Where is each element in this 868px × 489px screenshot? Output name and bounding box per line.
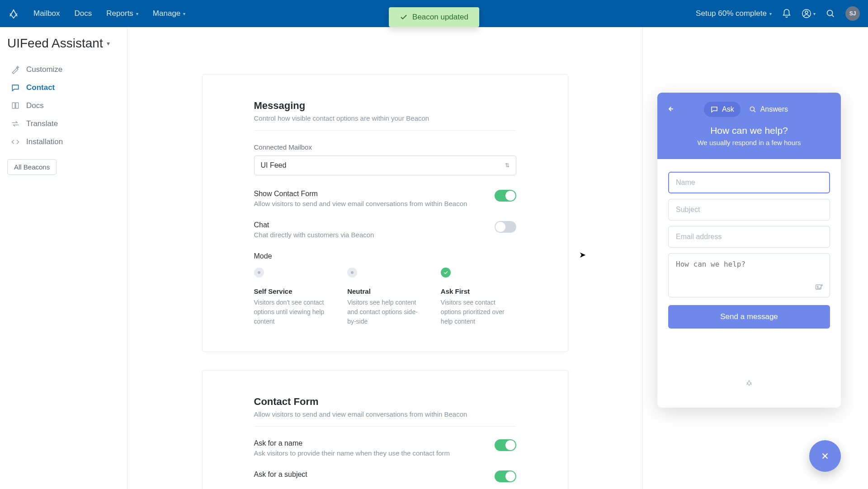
sidebar-item-contact[interactable]: Contact (7, 79, 120, 97)
search-button[interactable] (826, 9, 835, 19)
nav-docs[interactable]: Docs (69, 5, 98, 22)
contact-form-card: Contact Form Allow visitors to send and … (202, 370, 568, 489)
widget-email-input[interactable] (668, 226, 830, 248)
sidebar: UIFeed Assistant ▾ Customize Contact Doc… (0, 27, 127, 489)
bell-icon (782, 9, 792, 19)
account-avatar[interactable]: SJ (845, 6, 860, 21)
widget-tab-answers[interactable]: Answers (742, 102, 794, 117)
radio-unchecked-icon (254, 268, 264, 277)
chevron-down-icon: ▾ (769, 11, 772, 16)
all-beacons-button[interactable]: All Beacons (7, 159, 57, 175)
row-desc: Allow visitors to send and view email co… (254, 200, 467, 207)
row-show-contact-form: Show Contact Form Allow visitors to send… (254, 190, 516, 207)
row-title: Show Contact Form (254, 190, 467, 198)
mode-desc: Visitors see contact options prioritized… (441, 298, 516, 326)
mode-title: Ask First (441, 287, 516, 295)
svg-point-5 (817, 286, 818, 287)
chevron-down-icon: ▾ (107, 40, 110, 47)
svg-point-3 (750, 107, 754, 111)
mode-self-service[interactable]: Self Service Visitors don't see contact … (254, 268, 330, 326)
contact-form-subtitle: Allow visitors to send and view email co… (254, 410, 516, 418)
chevron-down-icon: ▾ (136, 11, 138, 16)
mode-ask-first[interactable]: Ask First Visitors see contact options p… (441, 268, 516, 326)
mode-row: Self Service Visitors don't see contact … (254, 268, 516, 326)
widget-tab-label: Ask (722, 105, 734, 113)
widget-tab-label: Answers (760, 105, 788, 113)
people-button[interactable]: ▾ (802, 9, 816, 19)
connected-mailbox-value: UI Feed (261, 161, 287, 169)
mode-label: Mode (254, 252, 516, 260)
nav-reports[interactable]: Reports ▾ (101, 5, 144, 22)
widget-tab-ask[interactable]: Ask (704, 102, 741, 117)
widget-body: Send a message (657, 159, 841, 408)
sidebar-item-docs[interactable]: Docs (7, 97, 120, 115)
chat-bubble-icon (710, 105, 718, 113)
sidebar-item-customize[interactable]: Customize (7, 61, 120, 79)
mode-desc: Visitors don't see contact options until… (254, 298, 330, 326)
toggle-show-contact-form[interactable] (495, 190, 516, 202)
swap-icon (11, 119, 20, 128)
widget-back-button[interactable] (666, 105, 675, 114)
row-chat: Chat Chat directly with customers via Be… (254, 221, 516, 239)
nav-manage[interactable]: Manage ▾ (147, 5, 191, 22)
toast-success: Beacon updated (389, 7, 479, 27)
helpscout-logo-icon (745, 379, 753, 387)
nav-right: Setup 60% complete ▾ ▾ SJ (696, 6, 860, 21)
nav-manage-label: Manage (153, 9, 180, 18)
attach-button[interactable] (815, 283, 824, 293)
row-title: Chat (254, 221, 374, 229)
book-icon (11, 101, 20, 110)
contact-form-title: Contact Form (254, 396, 516, 408)
widget-body-wrap (668, 253, 830, 299)
connected-mailbox-select[interactable]: UI Feed ⇅ (254, 155, 516, 175)
row-ask-name: Ask for a name Ask visitors to provide t… (254, 439, 516, 457)
sidebar-item-label: Contact (26, 83, 55, 92)
row-desc: Ask visitors to provide their name when … (254, 449, 450, 457)
nav-mailbox[interactable]: Mailbox (28, 5, 66, 22)
widget-subject-input[interactable] (668, 199, 830, 221)
sidebar-item-label: Customize (26, 65, 62, 74)
nav-reports-label: Reports (106, 9, 133, 18)
widget-footer (668, 379, 830, 395)
search-icon (826, 9, 835, 19)
toggle-chat[interactable] (495, 221, 516, 233)
toggle-ask-name[interactable] (495, 439, 516, 451)
row-title: Ask for a subject (254, 470, 307, 479)
widget-header: Ask Answers How can we help? We usually … (657, 93, 841, 159)
widget-name-input[interactable] (668, 172, 830, 193)
toast-text: Beacon updated (412, 13, 468, 22)
toggle-ask-subject[interactable] (495, 470, 516, 482)
divider (254, 130, 516, 131)
beacon-switcher[interactable]: UIFeed Assistant ▾ (7, 36, 120, 51)
chevron-down-icon: ▾ (813, 11, 816, 16)
svg-point-2 (827, 10, 833, 16)
setup-progress-link[interactable]: Setup 60% complete ▾ (696, 9, 772, 18)
widget-subtitle: We usually respond in a few hours (666, 139, 832, 146)
mode-desc: Visitors see help content and contact op… (347, 298, 423, 326)
row-desc: Chat directly with customers via Beacon (254, 231, 374, 239)
beacon-preview: Ask Answers How can we help? We usually … (657, 93, 841, 408)
widget-send-button[interactable]: Send a message (668, 305, 830, 329)
main-scroll[interactable]: Messaging Control how visible contact op… (127, 27, 643, 489)
radio-checked-icon (441, 268, 451, 277)
mode-neutral[interactable]: Neutral Visitors see help content and co… (347, 268, 423, 326)
widget-title: How can we help? (666, 125, 832, 136)
brand-logo[interactable] (8, 8, 19, 19)
beacon-name: UIFeed Assistant (7, 36, 103, 51)
nav-links: Mailbox Docs Reports ▾ Manage ▾ (28, 5, 191, 22)
setup-progress-text: Setup 60% complete (696, 9, 767, 18)
row-title: Ask for a name (254, 439, 450, 447)
notifications-button[interactable] (782, 9, 792, 19)
sidebar-item-translate[interactable]: Translate (7, 115, 120, 133)
row-ask-subject: Ask for a subject (254, 470, 516, 482)
widget-body-textarea[interactable] (668, 253, 830, 297)
sidebar-item-label: Docs (26, 101, 44, 110)
mode-title: Self Service (254, 287, 330, 295)
check-icon (400, 13, 408, 21)
messaging-title: Messaging (254, 100, 516, 112)
sidebar-item-installation[interactable]: Installation (7, 133, 120, 151)
beacon-fab[interactable] (809, 440, 841, 472)
radio-unchecked-icon (347, 268, 357, 277)
search-icon (749, 105, 757, 113)
widget-tabs: Ask Answers (704, 102, 794, 117)
